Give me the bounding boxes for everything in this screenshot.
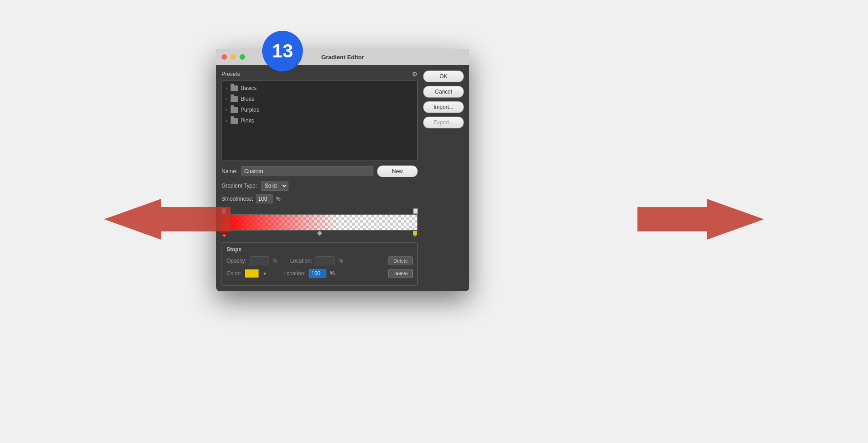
chevron-right-icon: ›: [226, 97, 227, 102]
opacity-value-input: [250, 256, 269, 265]
presets-gear-button[interactable]: ⚙: [412, 71, 418, 78]
opacity-delete-button[interactable]: Delete: [388, 256, 413, 265]
presets-list[interactable]: › Basics › Blues › Purples › Pin: [222, 80, 418, 161]
left-arrow-icon: [104, 199, 231, 240]
gradient-bar[interactable]: [222, 214, 418, 231]
export-button[interactable]: Export...: [423, 117, 464, 128]
preset-label-basics: Basics: [241, 85, 256, 91]
folder-icon: [231, 107, 238, 113]
opacity-location-pct: %: [338, 258, 343, 264]
close-button[interactable]: [222, 54, 227, 60]
color-stop-yellow-swatch: [412, 231, 418, 235]
right-arrow-icon: [637, 199, 764, 240]
dialog-title: Gradient Editor: [321, 54, 364, 61]
gradient-type-row: Gradient Type: Solid Noise: [222, 181, 418, 191]
color-stops-row: [222, 231, 418, 238]
opacity-label: Opacity:: [226, 258, 246, 264]
gradient-area: [222, 208, 418, 238]
right-panel: OK Cancel Import... Export...: [423, 71, 464, 286]
gradient-type-select[interactable]: Solid Noise: [261, 181, 288, 191]
color-delete-button[interactable]: Delete: [388, 269, 413, 278]
opacity-stops-row: [222, 208, 418, 214]
color-label: Color:: [226, 270, 241, 277]
right-arrow-indicator: [637, 199, 764, 240]
step-badge: 13: [262, 31, 303, 71]
stops-section: Stops Opacity: % Location: % Delete Colo…: [222, 242, 418, 286]
opacity-location-label: Location:: [290, 258, 312, 264]
window-controls: [222, 54, 245, 60]
presets-header: Presets ⚙: [222, 71, 418, 78]
folder-icon: [231, 85, 238, 91]
maximize-button[interactable]: [240, 54, 245, 60]
preset-label-pinks: Pinks: [241, 118, 254, 124]
chevron-right-icon: ›: [226, 118, 227, 123]
left-panel: Presets ⚙ › Basics › Blues › Pur: [222, 71, 418, 286]
opacity-location-input: [316, 256, 335, 265]
midpoint-diamond-icon: [317, 231, 322, 236]
opacity-stop-right[interactable]: [413, 208, 418, 214]
color-location-pct: %: [330, 270, 335, 277]
folder-icon: [231, 118, 238, 124]
midpoint-marker[interactable]: [318, 231, 321, 235]
new-button[interactable]: New: [377, 165, 418, 177]
chevron-right-icon: ›: [226, 108, 227, 113]
color-location-input[interactable]: [309, 269, 326, 278]
preset-item-pinks[interactable]: › Pinks: [222, 115, 417, 126]
smoothness-input[interactable]: [256, 194, 273, 203]
ok-button[interactable]: OK: [423, 71, 464, 82]
name-label: Name:: [222, 168, 237, 174]
folder-icon: [231, 96, 238, 102]
import-button[interactable]: Import...: [423, 101, 464, 113]
color-location-label: Location:: [283, 270, 306, 277]
preset-item-blues[interactable]: › Blues: [222, 94, 417, 104]
minimize-button[interactable]: [231, 54, 236, 60]
gradient-type-label: Gradient Type:: [222, 183, 257, 189]
presets-label: Presets: [222, 71, 240, 77]
preset-label-blues: Blues: [241, 96, 254, 102]
left-arrow-indicator: [104, 199, 231, 240]
smoothness-unit: %: [276, 196, 281, 202]
color-stop-right[interactable]: [412, 231, 418, 237]
gradient-editor-dialog: Gradient Editor Presets ⚙ › Basics ›: [216, 49, 469, 291]
smoothness-row: Smoothness: %: [222, 194, 418, 203]
opacity-pct: %: [273, 258, 278, 264]
preset-item-basics[interactable]: › Basics: [222, 83, 417, 94]
step-number: 13: [272, 40, 293, 62]
stops-title: Stops: [226, 246, 413, 253]
titlebar: Gradient Editor: [216, 49, 469, 65]
preset-label-purples: Purples: [241, 107, 259, 113]
name-row: Name: New: [222, 165, 418, 177]
preset-item-purples[interactable]: › Purples: [222, 104, 417, 115]
dialog-body: Presets ⚙ › Basics › Blues › Pur: [216, 65, 469, 291]
cancel-button[interactable]: Cancel: [423, 86, 464, 98]
color-dropdown-icon[interactable]: ▾: [264, 271, 266, 277]
color-stops-controls: Color: ▾ Location: % Delete: [226, 269, 413, 278]
chevron-right-icon: ›: [226, 86, 227, 91]
opacity-stops-controls: Opacity: % Location: % Delete: [226, 256, 413, 265]
name-input[interactable]: [241, 166, 373, 176]
color-swatch[interactable]: [245, 269, 259, 278]
